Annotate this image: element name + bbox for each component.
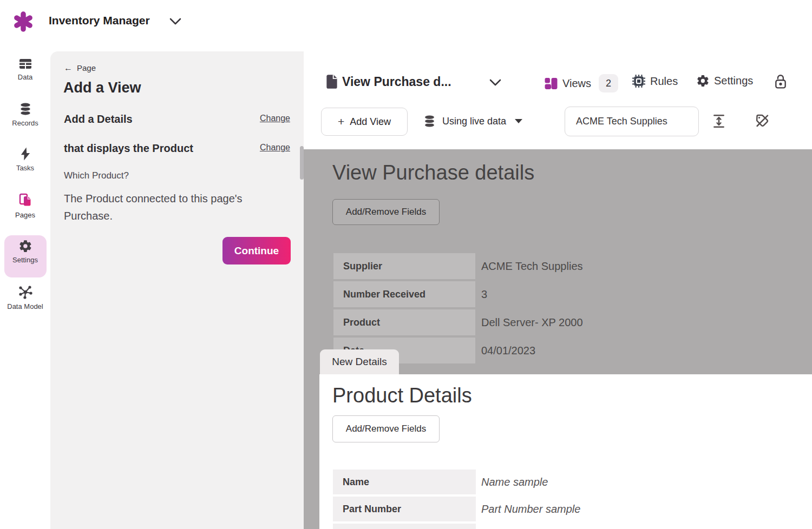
sidebar-item-label: Tasks <box>0 164 50 172</box>
data-table-icon <box>18 57 32 70</box>
product-details-table: Name Name sample Part Number Part Number… <box>333 470 798 529</box>
app-title-chevron-down-icon[interactable] <box>169 17 182 26</box>
field-value: 3 <box>481 281 487 307</box>
rules-label: Rules <box>650 75 678 88</box>
views-label: Views <box>562 77 591 90</box>
views-count-badge: 2 <box>599 74 618 92</box>
row-height-icon[interactable] <box>712 114 726 129</box>
settings-gear-icon <box>18 239 32 253</box>
change-view-type-link[interactable]: Change <box>260 114 290 123</box>
table-row: Supplier ACME Tech Supplies <box>333 253 799 279</box>
add-view-button[interactable]: + Add View <box>321 108 408 136</box>
table-row: Number Received 3 <box>333 281 799 307</box>
purchase-details-table: Supplier ACME Tech Supplies Number Recei… <box>333 253 799 366</box>
settings-label: Settings <box>714 75 753 87</box>
sidebar-item-label: Pages <box>0 211 50 219</box>
records-database-icon <box>18 102 33 116</box>
continue-button[interactable]: Continue <box>222 237 291 264</box>
brand-asterisk-logo[interactable] <box>13 11 34 32</box>
views-layout-icon <box>544 77 558 90</box>
field-value: 04/01/2023 <box>481 338 535 363</box>
field-value-sample: Name sample <box>481 470 548 494</box>
add-remove-fields-button[interactable]: Add/Remove Fields <box>332 199 440 225</box>
add-view-label: Add View <box>350 116 391 128</box>
sidebar-item-data[interactable]: Data <box>0 57 50 81</box>
icon-rail: Data Records Tasks <box>0 49 50 529</box>
add-view-panel: ←Page Add a View Add a Details Change th… <box>50 51 304 529</box>
add-remove-fields-button[interactable]: Add/Remove Fields <box>332 415 440 442</box>
sidebar-item-label: Records <box>0 119 50 127</box>
caret-down-icon <box>515 119 522 123</box>
back-label: Page <box>77 63 96 72</box>
sidebar-item-pages[interactable]: Pages <box>0 192 50 219</box>
page-title: View Purchase d... <box>342 75 451 89</box>
change-data-source-link[interactable]: Change <box>260 143 290 153</box>
back-arrow-icon: ← <box>64 63 73 72</box>
back-to-page-link[interactable]: ←Page <box>64 63 96 73</box>
field-label-cell <box>333 524 476 529</box>
plus-icon: + <box>338 115 344 128</box>
field-value: Dell Server- XP 2000 <box>481 309 583 335</box>
product-details-title: Product Details <box>332 384 472 407</box>
connection-description: The Product connected to this page's Pur… <box>64 190 280 224</box>
field-value-sample: Part Number sample <box>481 497 580 521</box>
field-value: ACME Tech Supplies <box>481 253 583 279</box>
hide-labels-tag-off-icon[interactable] <box>754 113 770 129</box>
table-row: Date 04/01/2023 <box>333 338 799 363</box>
lock-unlocked-icon[interactable] <box>774 74 788 90</box>
preview-view-title: View Purchase details <box>332 161 534 184</box>
page-header: View Purchase d... Views 2 <box>304 49 812 149</box>
sidebar-item-label: Data <box>0 73 50 81</box>
app-title: Inventory Manager <box>49 14 150 27</box>
step-label: Add a Details <box>64 113 133 125</box>
record-picker[interactable]: ACME Tech Supplies <box>565 107 699 136</box>
tab-page-settings[interactable]: Settings <box>696 74 753 88</box>
new-details-tab[interactable]: New Details <box>320 349 399 374</box>
sidebar-item-tasks[interactable]: Tasks <box>0 147 50 172</box>
field-label-cell: Part Number <box>333 497 476 521</box>
table-row: Name Name sample <box>333 470 798 494</box>
tab-views[interactable]: Views 2 <box>544 74 618 92</box>
table-row: Product Dell Server- XP 2000 <box>333 309 799 335</box>
live-data-label: Using live data <box>442 116 506 127</box>
field-label-cell: Name <box>333 470 476 494</box>
sidebar-item-label: Settings <box>0 256 50 264</box>
sidebar-item-data-model[interactable]: Data Model <box>0 285 50 310</box>
app-window: Inventory Manager Data <box>0 0 812 529</box>
new-details-panel: Product Details Add/Remove Fields Name N… <box>319 374 812 529</box>
rules-chip-icon <box>632 74 646 88</box>
app-bar: Inventory Manager <box>0 0 812 49</box>
panel-scrollbar[interactable] <box>300 146 304 180</box>
page-file-icon <box>325 74 339 90</box>
database-icon <box>422 114 437 129</box>
field-label-cell: Number Received <box>333 281 475 307</box>
field-label-cell: Supplier <box>333 253 475 279</box>
pages-icon <box>17 192 34 208</box>
table-row-partial <box>333 524 798 529</box>
which-product-question: Which Product? <box>64 170 129 181</box>
table-row: Part Number Part Number sample <box>333 497 798 521</box>
step-label: that displays the Product <box>64 142 193 155</box>
field-label-cell: Product <box>333 309 475 335</box>
live-data-dropdown[interactable]: Using live data <box>422 114 522 129</box>
page-title-chevron-down-icon[interactable] <box>489 79 501 87</box>
settings-gear-icon <box>696 74 710 88</box>
panel-title: Add a View <box>63 80 141 96</box>
sidebar-item-label: Data Model <box>0 302 50 310</box>
sidebar-item-records[interactable]: Records <box>0 102 50 127</box>
sidebar-item-settings[interactable]: Settings <box>0 239 50 264</box>
tasks-lightning-icon <box>18 147 32 161</box>
tab-rules[interactable]: Rules <box>632 74 678 88</box>
data-model-network-icon <box>17 285 34 300</box>
